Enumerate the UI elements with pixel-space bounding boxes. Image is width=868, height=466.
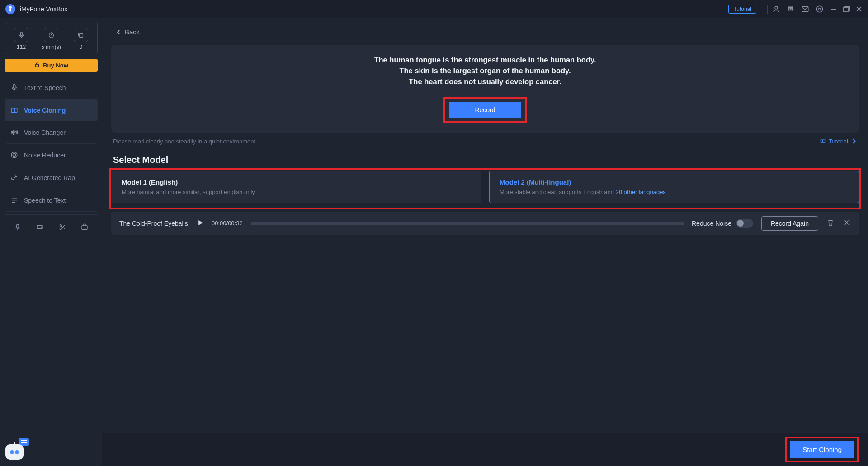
svg-rect-17 (13, 130, 14, 135)
model2-desc-prefix: More stable and clear, supports English … (500, 189, 616, 195)
buy-now-button[interactable]: Buy Now (5, 59, 98, 72)
titlebar-tutorial-button[interactable]: Tutorial (728, 5, 756, 14)
svg-point-24 (60, 228, 61, 230)
app-logo (5, 4, 15, 14)
reduce-noise-label: Reduce Noise (692, 220, 731, 227)
sidebar-item-voice-cloning[interactable]: Voice Cloning (5, 99, 98, 121)
svg-rect-7 (844, 7, 848, 12)
shuffle-icon[interactable] (843, 219, 851, 228)
back-button[interactable]: Back (111, 18, 859, 45)
hint-text: Please read clearly and steadily in a qu… (113, 138, 255, 145)
start-highlight-box: Start Cloning (785, 437, 859, 462)
mic-icon (14, 28, 28, 42)
reading-line: The skin is the largest organ of the hum… (120, 66, 850, 76)
sidebar-label: Voice Changer (24, 129, 66, 136)
main-content: Back The human tongue is the strongest m… (102, 18, 868, 466)
titlebar: iMyFone VoxBox Tutorial (0, 0, 868, 18)
footer: Start Cloning (102, 433, 868, 466)
model-card-2[interactable]: Model 2 (Multi-lingual) More stable and … (489, 171, 859, 203)
credit-converts: 0 (74, 28, 88, 50)
record-button[interactable]: Record (449, 102, 521, 118)
delete-icon[interactable] (826, 219, 835, 228)
credit-chars-value: 112 (17, 44, 26, 50)
svg-rect-1 (9, 9, 11, 11)
svg-rect-16 (11, 131, 12, 133)
reading-text: The human tongue is the strongest muscle… (120, 55, 850, 87)
svg-rect-26 (82, 226, 87, 229)
back-label: Back (125, 28, 140, 36)
minimize-icon[interactable] (830, 5, 837, 13)
model2-title: Model 2 (Multi-lingual) (500, 178, 849, 186)
start-cloning-button[interactable]: Start Cloning (790, 441, 854, 458)
model1-desc: More natural and more similar, support e… (122, 189, 471, 195)
credit-converts-value: 0 (80, 44, 83, 50)
cut-icon[interactable] (58, 223, 66, 233)
discord-icon[interactable] (787, 5, 795, 13)
convert-icon[interactable] (36, 223, 44, 233)
app-title: iMyFone VoxBox (20, 5, 67, 13)
svg-point-5 (816, 6, 823, 12)
svg-rect-12 (80, 33, 83, 37)
time-display: 00:00/00:32 (212, 220, 243, 227)
track-name: The Cold-Proof Eyeballs (119, 220, 189, 227)
sidebar-item-noise-reducer[interactable]: Noise Reducer (5, 144, 98, 166)
credits-box: 112 5 min(s) 0 (5, 23, 98, 54)
reduce-noise-control: Reduce Noise (692, 219, 753, 228)
sidebar-item-voice-changer[interactable]: Voice Changer (5, 121, 98, 144)
svg-point-0 (9, 6, 12, 9)
svg-point-20 (13, 153, 15, 156)
progress-bar[interactable] (251, 222, 684, 225)
timer-icon (44, 28, 58, 42)
sidebar-item-speech-to-text[interactable]: Speech to Text (5, 189, 98, 212)
svg-rect-13 (13, 84, 15, 88)
gear-icon[interactable] (816, 5, 824, 13)
model-row: Model 1 (English) More natural and more … (111, 171, 859, 203)
model-card-1[interactable]: Model 1 (English) More natural and more … (111, 171, 481, 203)
tutorial-link[interactable]: Tutorial (820, 138, 857, 145)
svg-rect-19 (17, 131, 18, 133)
model2-desc: More stable and clear, supports English … (500, 189, 849, 195)
credit-minutes-value: 5 min(s) (41, 44, 61, 50)
reading-line: The heart does not usually develop cance… (120, 76, 850, 87)
record-icon[interactable] (14, 223, 22, 233)
sidebar-item-ai-rap[interactable]: AI Generated Rap (5, 166, 98, 189)
play-button[interactable] (198, 219, 203, 228)
svg-rect-18 (15, 132, 16, 133)
divider (767, 5, 768, 14)
svg-point-25 (60, 224, 61, 226)
player-row: The Cold-Proof Eyeballs 00:00/00:32 Redu… (111, 212, 859, 235)
reading-line: The human tongue is the strongest muscle… (120, 55, 850, 66)
record-highlight-box: Record (443, 97, 526, 123)
select-model-title: Select Model (111, 153, 859, 171)
model2-languages-link[interactable]: 28 other languages (616, 189, 666, 195)
sidebar-label: Speech to Text (24, 197, 66, 204)
sidebar-label: Noise Reducer (24, 152, 66, 159)
maximize-icon[interactable] (843, 5, 850, 13)
svg-point-21 (11, 152, 17, 158)
sidebar-label: AI Generated Rap (24, 174, 75, 181)
toolkit-icon[interactable] (80, 223, 89, 233)
reduce-noise-toggle[interactable] (736, 219, 753, 228)
chat-bot-button[interactable] (5, 437, 29, 461)
record-again-button[interactable]: Record Again (761, 216, 818, 231)
credit-minutes: 5 min(s) (41, 28, 61, 50)
reading-panel: The human tongue is the strongest muscle… (111, 45, 859, 133)
svg-rect-10 (20, 32, 22, 36)
sidebar-bottom-tools (5, 214, 98, 241)
svg-rect-22 (17, 224, 19, 228)
mail-icon[interactable] (801, 5, 809, 13)
sidebar-label: Voice Cloning (24, 107, 66, 114)
credit-chars: 112 (14, 28, 28, 50)
svg-point-4 (819, 8, 821, 10)
model1-title: Model 1 (English) (122, 178, 471, 186)
chat-bot-face (5, 444, 24, 460)
close-icon[interactable] (855, 5, 863, 13)
sidebar-item-text-to-speech[interactable]: Text to Speech (5, 76, 98, 99)
buy-now-label: Buy Now (43, 62, 68, 69)
sidebar-label: Text to Speech (24, 84, 66, 91)
svg-point-2 (775, 6, 778, 9)
copy-icon (74, 28, 88, 42)
tutorial-link-label: Tutorial (829, 138, 848, 145)
sidebar: 112 5 min(s) 0 Buy Now Text to Speech (0, 18, 102, 466)
user-icon[interactable] (772, 5, 780, 13)
